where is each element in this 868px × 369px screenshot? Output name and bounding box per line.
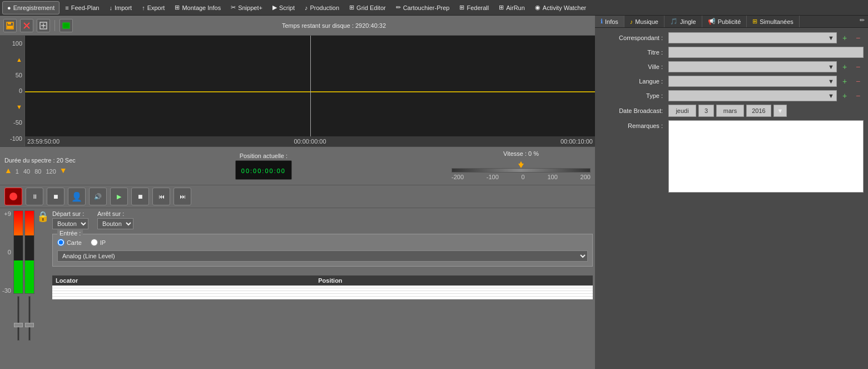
ville-add-button[interactable]: + [839, 61, 850, 72]
speed-neg100: -100 [487, 174, 499, 180]
tab-publicite[interactable]: 📢 Publicité [702, 16, 747, 27]
langue-add-button[interactable]: + [839, 76, 850, 87]
new-button[interactable] [37, 19, 50, 32]
right-panel: ℹ Infos ♪ Musique 🎵 Jingle 📢 Publicité ⊞… [595, 16, 868, 369]
tab-simultanees[interactable]: ⊞ Simultanées [747, 16, 800, 27]
svg-rect-2 [7, 26, 13, 28]
arret-group: Arrêt sur : Bouton [97, 210, 133, 229]
menu-item-label: AirRun [506, 4, 525, 11]
menu-item-montage-infos[interactable]: ⊞ Montage Infos [170, 1, 225, 14]
radio-carte[interactable]: Carte [57, 239, 82, 246]
locator-col1-header: Locator [52, 275, 315, 286]
menu-item-import[interactable]: ↓ Import [105, 1, 136, 14]
menu-item-airrun[interactable]: ⊞ AirRun [494, 1, 529, 14]
scale-120: 120 [46, 168, 56, 175]
menu-item-activity-watcher[interactable]: ◉ Activity Watcher [530, 1, 591, 14]
radio-ip[interactable]: IP [91, 239, 106, 246]
langue-row: Langue : ▼ + − [599, 76, 864, 87]
lock-icon[interactable]: 🔒 [37, 210, 49, 223]
monitor-button[interactable]: 🔊 [89, 188, 107, 205]
play-button[interactable]: ▶ [110, 188, 128, 205]
stop2-button[interactable]: ⏹ [131, 188, 149, 205]
grid-editor-icon: ⊞ [349, 4, 354, 11]
type-remove-button[interactable]: − [852, 90, 864, 101]
export-icon: ↑ [142, 4, 145, 11]
time-ruler: 23:59:50:00 00:00:00:00 00:00:10:00 [25, 136, 595, 146]
tab-jingle[interactable]: 🎵 Jingle [664, 16, 702, 27]
forward-icon: ⏭ [180, 193, 186, 200]
script-icon: ▶ [272, 4, 277, 11]
menu-item-export[interactable]: ↑ Export [137, 1, 169, 14]
menu-item-snippet[interactable]: ✂ Snippet+ [226, 1, 267, 14]
save-button[interactable] [3, 19, 17, 32]
ville-remove-button[interactable]: − [852, 61, 864, 72]
arret-select-row: Bouton [97, 218, 133, 229]
transport-controls: ⏸ ⏹ 👤 🔊 ▶ ⏹ ⏮ ⏭ [0, 185, 595, 208]
svg-rect-1 [8, 22, 11, 24]
depart-select[interactable]: Bouton [52, 218, 88, 229]
date-day-name-field[interactable] [668, 105, 696, 117]
cue-button[interactable]: 👤 [68, 188, 86, 205]
correspondant-row: Correspondant : ▼ + − [599, 32, 864, 43]
langue-remove-button[interactable]: − [852, 76, 864, 87]
menu-item-grid-editor[interactable]: ⊞ Grid Editor [345, 1, 390, 14]
langue-select[interactable]: ▼ [668, 76, 837, 87]
tab-musique[interactable]: ♪ Musique [624, 16, 664, 27]
date-month-field[interactable] [716, 105, 744, 117]
menu-item-label: Import [115, 4, 132, 11]
menu-item-federall[interactable]: ⊞ Federall [455, 1, 493, 14]
tab-infos[interactable]: ℹ Infos [595, 16, 624, 27]
airrun-icon: ⊞ [499, 4, 504, 11]
arret-select[interactable]: Bouton [97, 218, 133, 229]
type-add-button[interactable]: + [839, 90, 850, 101]
play-icon: ▶ [117, 193, 121, 200]
date-broadcast-label: Date Broadcast: [599, 107, 666, 114]
correspondant-add-button[interactable]: + [839, 32, 850, 43]
forward-button[interactable]: ⏭ [173, 188, 191, 205]
vu-thumb-right[interactable] [25, 323, 34, 327]
record-list-button[interactable] [59, 19, 73, 32]
pause-button[interactable]: ⏸ [26, 188, 43, 205]
stop-button[interactable]: ⏹ [47, 188, 65, 205]
scale-40: 40 [23, 168, 30, 175]
record-button[interactable] [4, 188, 22, 205]
correspondant-remove-button[interactable]: − [852, 32, 864, 43]
arret-label: Arrêt sur : [97, 210, 133, 217]
remarques-textarea[interactable] [668, 120, 864, 193]
menu-item-label: Feed-Plan [71, 4, 100, 11]
menu-item-enregistrement[interactable]: ● Enregistrement [2, 1, 59, 14]
ville-select[interactable]: ▼ [668, 61, 837, 72]
radio-ip-input[interactable] [91, 239, 98, 246]
locator-container: Locator Position [52, 271, 593, 299]
depart-group: Départ sur : Bouton [52, 210, 88, 229]
close-button[interactable] [20, 19, 33, 32]
vu-thumb-left[interactable] [14, 323, 23, 327]
type-select[interactable]: ▼ [668, 90, 837, 101]
radio-carte-input[interactable] [57, 239, 65, 246]
date-year-field[interactable] [746, 105, 771, 117]
titre-input[interactable] [668, 47, 864, 58]
entree-select[interactable]: Analog (Line Level) [57, 250, 588, 262]
correspondant-label: Correspondant : [599, 35, 666, 41]
vu-slider-right[interactable] [24, 296, 34, 341]
time-right: 00:00:10:00 [561, 138, 593, 145]
correspondant-select[interactable]: ▼ [668, 32, 837, 43]
record-circle-icon [9, 193, 17, 200]
correspondant-dropdown-icon: ▼ [828, 35, 834, 41]
spectrum-label: Durée du spectre : 20 Sec [4, 157, 76, 164]
date-day-field[interactable] [698, 105, 714, 117]
scale-1: 1 [16, 168, 19, 175]
menu-item-production[interactable]: ♪ Production [300, 1, 344, 14]
disk-time-display: Temps restant sur disque : 2920:40:32 [76, 22, 592, 29]
waveform-display[interactable]: 23:59:50:00 00:00:00:00 00:00:10:00 [25, 36, 595, 146]
menu-item-feed-plan[interactable]: ≡ Feed-Plan [61, 1, 103, 14]
entree-radio-group: Carte IP [57, 239, 588, 246]
production-icon: ♪ [305, 4, 308, 11]
edit-icon[interactable]: ✏ [856, 16, 868, 27]
menu-item-cartouchier-prep[interactable]: ✏ Cartouchier-Prep [391, 1, 454, 14]
vu-slider-left[interactable] [13, 296, 23, 341]
rewind-button[interactable]: ⏮ [152, 188, 170, 205]
menu-item-script[interactable]: ▶ Script [268, 1, 299, 14]
time-left: 23:59:50:00 [27, 138, 59, 145]
date-dropdown-button[interactable]: ▼ [773, 105, 787, 117]
